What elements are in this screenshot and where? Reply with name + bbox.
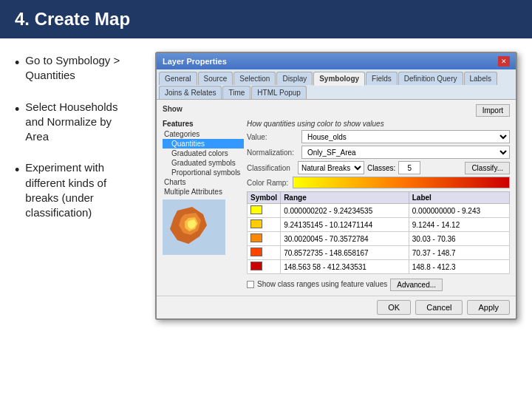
symbol-color (250, 248, 262, 256)
table-row: 30.0020045 - 70.3572784 30.03 - 70.36 (248, 232, 510, 246)
features-title: Features (163, 120, 244, 128)
bullet-dot-2: • (15, 100, 19, 145)
col-range: Range (281, 192, 409, 204)
range-cell: 0.000000202 - 9.24234535 (281, 204, 409, 218)
tree-graduated-symbols[interactable]: Graduated symbols (163, 158, 244, 168)
normalize-select[interactable]: Only_SF_Area (301, 146, 510, 159)
bullet-points: • Go to Symbology > Quantities • Select … (0, 46, 148, 392)
classification-label: Classification (247, 164, 295, 172)
apply-button[interactable]: Apply (467, 300, 510, 315)
ok-button[interactable]: OK (377, 300, 411, 315)
table-row: 9.24135145 - 10.12471144 9.1244 - 14.12 (248, 218, 510, 232)
slide-header: 4. Create Map (0, 0, 532, 38)
color-ramp-preview[interactable] (293, 177, 510, 188)
tab-defquery[interactable]: Definition Query (398, 72, 463, 85)
tree-categories[interactable]: Categories (163, 129, 244, 139)
dialog-close-button[interactable]: ✕ (498, 56, 510, 66)
label-cell: 30.03 - 70.36 (409, 232, 509, 246)
tree-charts[interactable]: Charts (163, 177, 244, 187)
bullet-item-2: • Select Households and Normalize by Are… (15, 100, 133, 145)
layer-properties-dialog: Layer Properties ✕ General Source Select… (155, 52, 517, 320)
tree-multiple-attributes[interactable]: Multiple Attributes (163, 187, 244, 197)
bullet-text-3: Experiment with different kinds of break… (25, 160, 133, 220)
bullet-item-1: • Go to Symbology > Quantities (15, 53, 133, 83)
texture-row: Show class ranges using feature values A… (247, 277, 510, 291)
classification-method-select[interactable]: Natural Breaks (Jenks) (298, 161, 364, 174)
label-cell: 9.1244 - 14.12 (409, 218, 509, 232)
import-button[interactable]: Import (476, 104, 510, 117)
texture-label: Show class ranges using feature values (257, 280, 387, 288)
texture-checkbox[interactable] (247, 281, 254, 288)
dialog-bottom-buttons: OK Cancel Apply (157, 296, 516, 318)
bullet-item-3: • Experiment with different kinds of bre… (15, 160, 133, 220)
label-cell: 0.000000000 - 9.243 (409, 204, 509, 218)
col-symbol: Symbol (248, 192, 281, 204)
symbol-table: Symbol Range Label 0.000000202 - 9.24234… (247, 191, 510, 274)
table-row: 148.563 58 - 412.343531 148.8 - 412.3 (248, 260, 510, 274)
tab-general[interactable]: General (159, 72, 197, 85)
map-preview (163, 200, 225, 255)
range-cell: 148.563 58 - 412.343531 (281, 260, 409, 274)
symbol-color (250, 233, 262, 242)
tab-source[interactable]: Source (198, 72, 233, 85)
value-select[interactable]: House_olds (301, 130, 510, 143)
dialog-area: Layer Properties ✕ General Source Select… (148, 46, 532, 392)
symbol-cell[interactable] (248, 204, 281, 218)
slide: 4. Create Map • Go to Symbology > Quanti… (0, 0, 532, 399)
value-field-row: Value: House_olds (247, 130, 510, 143)
tree-graduated-colors[interactable]: Graduated colors (163, 149, 244, 158)
normalize-label: Normalization: (247, 149, 299, 157)
how-quantities-label: How quantities using color to show value… (247, 120, 384, 128)
classification-section: Classification Natural Breaks (Jenks) Cl… (247, 161, 510, 174)
normalize-field-row: Normalization: Only_SF_Area (247, 146, 510, 159)
symbol-cell[interactable] (248, 232, 281, 246)
classes-label: Classes: (367, 164, 395, 172)
table-row: 70.8572735 - 148.658167 70.37 - 148.7 (248, 246, 510, 260)
bullet-text-1: Go to Symbology > Quantities (25, 53, 133, 83)
classes-input[interactable] (398, 161, 420, 174)
symbol-cell[interactable] (248, 218, 281, 232)
tab-symbology[interactable]: Symbology (313, 72, 365, 86)
tree-quantities[interactable]: Quantities (163, 139, 244, 149)
tab-time[interactable]: Time (222, 86, 250, 99)
col-label: Label (409, 192, 509, 204)
show-label: Show (163, 105, 183, 113)
dialog-tabs: General Source Selection Display Symbolo… (157, 69, 516, 100)
label-cell: 70.37 - 148.7 (409, 246, 509, 260)
tree-proportional-symbols[interactable]: Proportional symbols (163, 168, 244, 177)
advanced-button[interactable]: Advanced... (390, 279, 443, 291)
symbol-color (250, 205, 262, 214)
tab-selection[interactable]: Selection (233, 72, 276, 85)
slide-body: • Go to Symbology > Quantities • Select … (0, 38, 532, 399)
left-panel: Features Categories Quantities Graduated… (163, 120, 244, 291)
symbol-color (250, 219, 262, 228)
symbol-color (250, 262, 262, 270)
bullet-text-2: Select Households and Normalize by Area (25, 100, 133, 145)
two-col-layout: Features Categories Quantities Graduated… (163, 120, 510, 291)
range-cell: 9.24135145 - 10.12471144 (281, 218, 409, 232)
dialog-title: Layer Properties (163, 57, 227, 66)
label-cell: 148.8 - 412.3 (409, 260, 509, 274)
value-label: Value: (247, 133, 299, 141)
color-ramp-row: Color Ramp: (247, 177, 510, 188)
symbol-cell[interactable] (248, 260, 281, 274)
dialog-titlebar: Layer Properties ✕ (157, 53, 516, 69)
classify-button[interactable]: Classify... (465, 162, 510, 174)
range-cell: 30.0020045 - 70.3572784 (281, 232, 409, 246)
cancel-button[interactable]: Cancel (415, 300, 463, 315)
color-ramp-label: Color Ramp: (247, 179, 288, 187)
tab-fields[interactable]: Fields (366, 72, 398, 85)
tab-joins[interactable]: Joins & Relates (159, 86, 222, 99)
tab-labels[interactable]: Labels (464, 72, 497, 85)
bullet-dot-3: • (15, 161, 19, 220)
slide-title: 4. Create Map (15, 9, 130, 29)
dialog-content: Show Import Features Categories Quantiti… (157, 100, 516, 296)
table-row: 0.000000202 - 9.24234535 0.000000000 - 9… (248, 204, 510, 218)
symbol-cell[interactable] (248, 246, 281, 260)
tab-htmlpopup[interactable]: HTML Popup (251, 86, 307, 99)
bullet-dot-1: • (15, 54, 19, 83)
range-cell: 70.8572735 - 148.658167 (281, 246, 409, 260)
tab-display[interactable]: Display (276, 72, 313, 85)
right-panel: How quantities using color to show value… (247, 120, 510, 291)
